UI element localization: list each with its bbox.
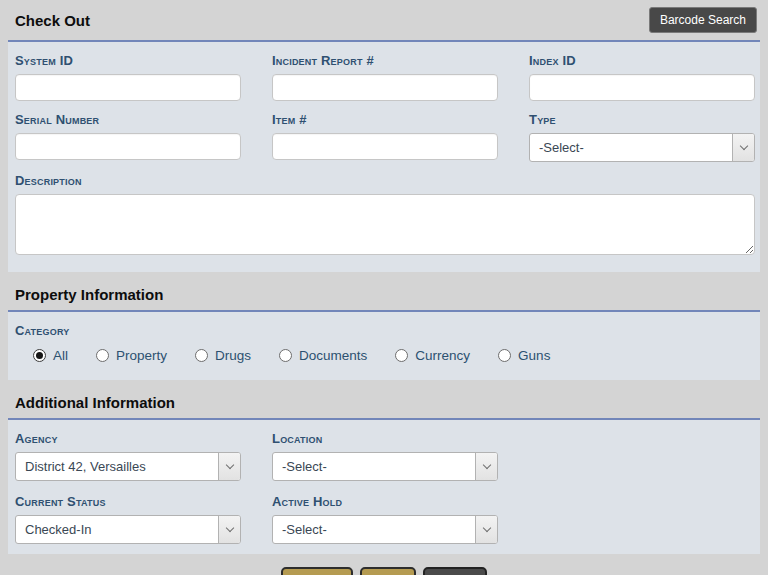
type-field-group: Type -Select- (529, 101, 755, 162)
page-header: Check Out Barcode Search (8, 0, 760, 40)
radio-unselected-icon (395, 349, 408, 362)
category-radio-currency[interactable]: Currency (395, 348, 470, 363)
category-option-label: Guns (518, 348, 550, 363)
go-back-button[interactable]: Go Back (281, 567, 353, 575)
search-fields-panel: System ID Incident Report # Index ID Ser… (8, 42, 760, 272)
incident-report-field-group: Incident Report # (272, 48, 498, 101)
current-status-label: Current Status (15, 494, 241, 509)
radio-unselected-icon (96, 349, 109, 362)
category-option-label: Drugs (215, 348, 251, 363)
search-button[interactable]: Search (423, 567, 487, 575)
radio-selected-icon (33, 349, 46, 362)
category-radio-drugs[interactable]: Drugs (195, 348, 251, 363)
serial-number-input[interactable] (15, 133, 241, 160)
chevron-down-icon (218, 453, 240, 480)
barcode-search-button[interactable]: Barcode Search (649, 7, 757, 33)
property-information-heading: Property Information (8, 272, 760, 310)
category-option-label: Currency (415, 348, 470, 363)
agency-select[interactable]: District 42, Versailles (15, 452, 241, 481)
agency-select-value: District 42, Versailles (16, 459, 146, 474)
category-option-label: All (53, 348, 68, 363)
system-id-label: System ID (15, 53, 241, 68)
index-id-field-group: Index ID (529, 48, 755, 101)
serial-number-label: Serial Number (15, 112, 241, 127)
current-status-select-value: Checked-In (16, 522, 91, 537)
chevron-down-icon (218, 516, 240, 543)
incident-report-label: Incident Report # (272, 53, 498, 68)
category-radio-all[interactable]: All (33, 348, 68, 363)
description-label: Description (15, 173, 755, 188)
checkout-page: Check Out Barcode Search System ID Incid… (0, 0, 768, 575)
property-information-panel: Category All Property Drugs Documents (8, 312, 760, 380)
type-select-value: -Select- (530, 140, 584, 155)
chevron-down-icon (475, 516, 497, 543)
radio-unselected-icon (195, 349, 208, 362)
agency-label: Agency (15, 431, 241, 446)
chevron-down-icon (475, 453, 497, 480)
description-textarea[interactable] (15, 194, 755, 255)
current-status-field-group: Current Status Checked-In (15, 485, 241, 548)
radio-unselected-icon (279, 349, 292, 362)
type-select[interactable]: -Select- (529, 133, 755, 162)
description-field-group: Description (15, 173, 755, 259)
system-id-field-group: System ID (15, 48, 241, 101)
category-option-label: Documents (299, 348, 367, 363)
index-id-label: Index ID (529, 53, 755, 68)
chevron-down-icon (732, 134, 754, 161)
system-id-input[interactable] (15, 74, 241, 101)
active-hold-label: Active Hold (272, 494, 498, 509)
additional-information-heading: Additional Information (8, 380, 760, 418)
location-field-group: Location -Select- (272, 426, 498, 485)
active-hold-select[interactable]: -Select- (272, 515, 498, 544)
incident-report-input[interactable] (272, 74, 498, 101)
item-number-input[interactable] (272, 133, 498, 160)
category-radio-documents[interactable]: Documents (279, 348, 367, 363)
location-select[interactable]: -Select- (272, 452, 498, 481)
active-hold-select-value: -Select- (273, 522, 327, 537)
page-title: Check Out (15, 12, 90, 29)
item-number-label: Item # (272, 112, 498, 127)
location-select-value: -Select- (273, 459, 327, 474)
location-label: Location (272, 431, 498, 446)
item-number-field-group: Item # (272, 101, 498, 162)
active-hold-field-group: Active Hold -Select- (272, 485, 498, 548)
radio-unselected-icon (498, 349, 511, 362)
footer-button-bar: Go Back Reset Search (8, 554, 760, 575)
category-radio-property[interactable]: Property (96, 348, 167, 363)
current-status-select[interactable]: Checked-In (15, 515, 241, 544)
reset-button[interactable]: Reset (360, 567, 417, 575)
category-option-label: Property (116, 348, 167, 363)
additional-information-panel: Agency District 42, Versailles Location … (8, 420, 760, 554)
category-radio-group: All Property Drugs Documents Currency (33, 348, 755, 363)
category-label: Category (15, 323, 755, 338)
type-label: Type (529, 112, 755, 127)
agency-field-group: Agency District 42, Versailles (15, 426, 241, 485)
serial-number-field-group: Serial Number (15, 101, 241, 162)
category-radio-guns[interactable]: Guns (498, 348, 550, 363)
index-id-input[interactable] (529, 74, 755, 101)
